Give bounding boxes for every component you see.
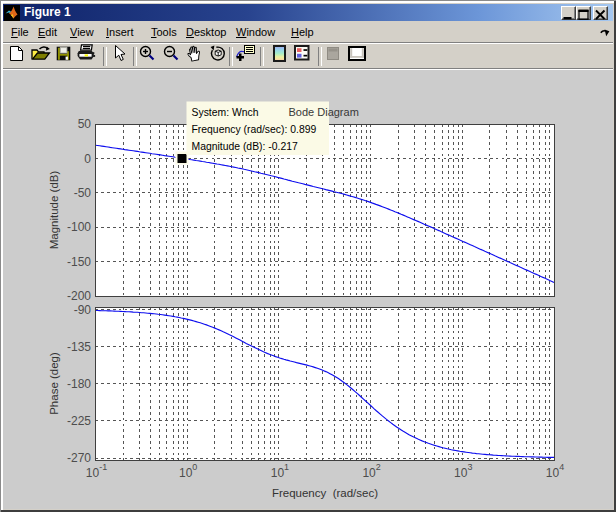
svg-text:103: 103: [454, 462, 472, 480]
svg-text:104: 104: [546, 462, 564, 480]
svg-text:-50: -50: [74, 186, 92, 200]
svg-text:-150: -150: [67, 255, 91, 269]
svg-text:Frequency (rad/sec): Frequency (rad/sec): [272, 487, 378, 499]
svg-text:-200: -200: [67, 289, 91, 303]
svg-text:100: 100: [179, 462, 197, 480]
svg-text:101: 101: [271, 462, 289, 480]
svg-text:System: Wnch: System: Wnch: [192, 107, 259, 118]
svg-text:-135: -135: [67, 340, 91, 354]
svg-text:0: 0: [84, 152, 91, 166]
svg-text:-180: -180: [67, 377, 91, 391]
svg-text:Magnitude (dB): -0.217: Magnitude (dB): -0.217: [192, 141, 298, 152]
svg-text:50: 50: [78, 117, 92, 131]
svg-text:Magnitude (dB): Magnitude (dB): [48, 171, 60, 250]
svg-text:102: 102: [362, 462, 380, 480]
svg-text:-225: -225: [67, 414, 91, 428]
svg-text:Bode Diagram: Bode Diagram: [289, 106, 359, 118]
svg-text:Frequency (rad/sec): 0.899: Frequency (rad/sec): 0.899: [192, 124, 317, 135]
svg-text:-270: -270: [67, 451, 91, 465]
svg-text:Phase (deg): Phase (deg): [48, 352, 60, 415]
svg-text:-100: -100: [67, 220, 91, 234]
svg-text:-90: -90: [74, 303, 92, 317]
